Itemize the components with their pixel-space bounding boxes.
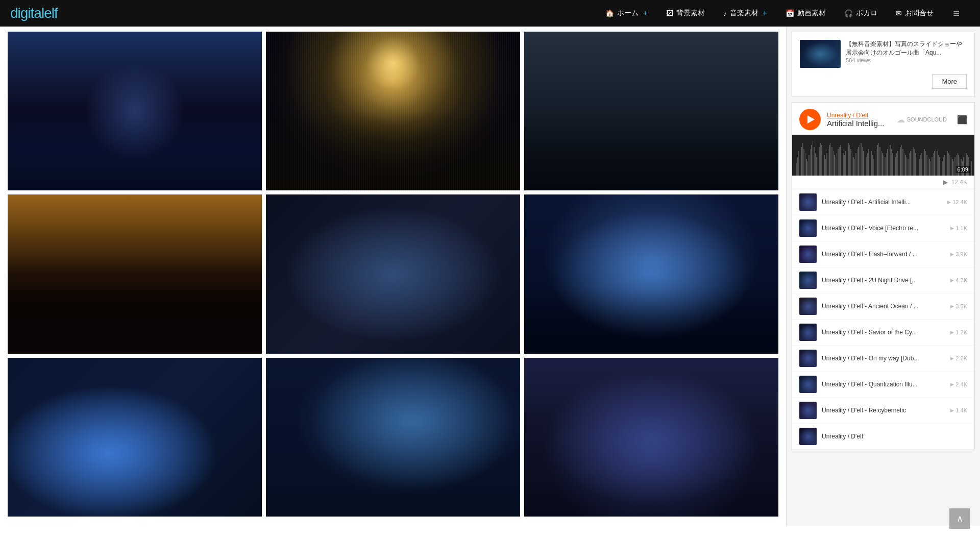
sc-waveform[interactable]: 6:09 xyxy=(792,135,974,176)
grid-image-7[interactable] xyxy=(8,358,262,517)
sc-track-name: Unreality / D'elf - Artificial Intelli..… xyxy=(822,199,942,206)
sc-track-play-icon: ▶ xyxy=(950,226,954,231)
sc-track-name: Unreality / D'elf - 2U Night Drive [.. xyxy=(822,277,945,284)
sc-track-play-icon: ▶ xyxy=(947,200,951,205)
sc-track-play-icon: ▶ xyxy=(950,408,954,413)
sc-track-name: Unreality / D'elf - Flash–forward / ... xyxy=(822,251,945,258)
sc-track-item[interactable]: Unreality / D'elf - Artificial Intelli..… xyxy=(792,189,974,215)
sc-track-play-icon: ▶ xyxy=(950,304,954,309)
more-button[interactable]: More xyxy=(932,74,967,89)
sc-waveform-bars xyxy=(792,135,974,176)
sc-track-thumb xyxy=(799,246,817,263)
soundcloud-logo-text: SOUNDCLOUD xyxy=(907,116,947,122)
scroll-top-button[interactable]: ∧ xyxy=(949,508,970,529)
sc-header: Unreality / D'elf Artificial Intellig...… xyxy=(792,103,974,135)
more-item-title: 【無料音楽素材】写真のスライドショーや展示会向けのオルゴール曲「Aqu... xyxy=(846,40,967,57)
sc-track-thumb xyxy=(799,402,817,419)
home-icon: 🏠 xyxy=(605,9,614,17)
sc-track-item[interactable]: Unreality / D'elf xyxy=(792,424,974,450)
main-nav: 🏠 ホーム + 🖼 背景素材 ♪ 音楽素材 + 📅 動画素材 🎧 ボカロ ✉ お… xyxy=(78,0,970,27)
sc-track-item[interactable]: Unreality / D'elf - Ancient Ocean / ...▶… xyxy=(792,293,974,320)
sc-artist[interactable]: Unreality / D'elf xyxy=(827,112,891,119)
soundcloud-widget: Unreality / D'elf Artificial Intellig...… xyxy=(792,102,975,450)
headphone-icon: 🎧 xyxy=(844,9,853,17)
sc-track-item[interactable]: Unreality / D'elf - Re:cybernetic▶ 1.4K xyxy=(792,398,974,424)
sc-track-name: Unreality / D'elf - Ancient Ocean / ... xyxy=(822,303,945,310)
grid-image-8[interactable] xyxy=(266,358,520,517)
sc-track-play-icon: ▶ xyxy=(950,382,954,387)
image-grid-row1 xyxy=(8,32,778,190)
sc-track-plays: ▶ 4.7K xyxy=(950,277,967,283)
sc-track-play-icon: ▶ xyxy=(950,252,954,257)
more-item-views: 584 views xyxy=(846,57,967,63)
site-header: digitalelf 🏠 ホーム + 🖼 背景素材 ♪ 音楽素材 + 📅 動画素… xyxy=(0,0,980,27)
sc-track-item[interactable]: Unreality / D'elf - Voice [Electro re...… xyxy=(792,215,974,241)
nav-home[interactable]: 🏠 ホーム + xyxy=(596,0,656,27)
nav-music-label: 音楽素材 xyxy=(730,9,758,18)
mail-icon: ✉ xyxy=(896,9,902,17)
building-silhouette-1 xyxy=(8,95,262,191)
nav-video[interactable]: 📅 動画素材 xyxy=(776,0,835,27)
grid-image-4[interactable] xyxy=(8,194,262,353)
sc-external-link[interactable]: ⬛ xyxy=(957,115,967,125)
sc-track-plays: ▶ 1.2K xyxy=(950,329,967,335)
sc-track-thumb xyxy=(799,219,817,237)
sc-track-plays: ▶ 2.4K xyxy=(950,381,967,387)
more-thumbnail xyxy=(800,40,841,68)
logo-text-dark: digital xyxy=(10,5,44,21)
sc-track-item[interactable]: Unreality / D'elf - Flash–forward / ...▶… xyxy=(792,241,974,267)
sc-play-button[interactable] xyxy=(799,109,821,130)
sc-track-item[interactable]: Unreality / D'elf - Quantization Illu...… xyxy=(792,372,974,398)
sc-track-play-icon: ▶ xyxy=(950,356,954,361)
more-section: 【無料音楽素材】写真のスライドショーや展示会向けのオルゴール曲「Aqu... 5… xyxy=(792,32,975,97)
grid-image-1[interactable] xyxy=(8,32,262,190)
sc-track-plays: ▶ 1.4K xyxy=(950,407,967,413)
nav-music[interactable]: ♪ 音楽素材 + xyxy=(714,0,776,27)
sc-track-item[interactable]: Unreality / D'elf - Savior of the Cy...▶… xyxy=(792,320,974,346)
nav-music-plus: + xyxy=(763,9,767,18)
sc-track-thumb xyxy=(799,193,817,211)
nav-bg-label: 背景素材 xyxy=(676,9,705,18)
grid-image-5[interactable] xyxy=(266,194,520,353)
sc-track-thumb xyxy=(799,376,817,393)
grid-image-2[interactable] xyxy=(266,32,520,190)
grid-image-3[interactable] xyxy=(524,32,778,190)
sc-track-play-icon: ▶ xyxy=(950,330,954,335)
main-layout: 【無料音楽素材】写真のスライドショーや展示会向けのオルゴール曲「Aqu... 5… xyxy=(0,27,980,526)
sc-playlist: Unreality / D'elf - Artificial Intelli..… xyxy=(792,189,974,450)
grid-image-9[interactable] xyxy=(524,358,778,517)
sc-stats: ▶ 12.4K xyxy=(792,176,974,189)
sc-track-item[interactable]: Unreality / D'elf - 2U Night Drive [..▶ … xyxy=(792,267,974,293)
more-item-content: 【無料音楽素材】写真のスライドショーや展示会向けのオルゴール曲「Aqu... 5… xyxy=(846,40,967,63)
sc-track-plays: ▶ 2.8K xyxy=(950,355,967,361)
nav-video-label: 動画素材 xyxy=(797,9,826,18)
nav-bg[interactable]: 🖼 背景素材 xyxy=(657,0,714,27)
sc-track-name: Unreality / D'elf xyxy=(822,433,962,440)
logo-text-accent: elf xyxy=(44,5,58,21)
nav-contact-label: お問合せ xyxy=(905,9,934,18)
bg-icon: 🖼 xyxy=(666,9,673,17)
nav-vocaloid[interactable]: 🎧 ボカロ xyxy=(835,0,887,27)
sc-track-name: Unreality / D'elf - Savior of the Cy... xyxy=(822,329,945,336)
image-grid-row2 xyxy=(8,194,778,353)
site-logo[interactable]: digitalelf xyxy=(10,5,58,21)
sc-track-thumb xyxy=(799,272,817,289)
sc-logo: ☁ SOUNDCLOUD xyxy=(897,115,947,125)
sc-track-name: Unreality / D'elf - Quantization Illu... xyxy=(822,381,945,388)
hamburger-menu[interactable]: ≡ xyxy=(943,0,970,27)
more-button-container: More xyxy=(800,74,967,89)
nav-home-label: ホーム xyxy=(617,9,639,18)
nav-contact[interactable]: ✉ お問合せ xyxy=(887,0,943,27)
content-area xyxy=(0,27,786,526)
sc-track-item[interactable]: Unreality / D'elf - On my way [Dub...▶ 2… xyxy=(792,346,974,372)
sc-track-name: Unreality / D'elf - Voice [Electro re... xyxy=(822,225,945,232)
soundcloud-logo-icon: ☁ xyxy=(897,115,905,125)
sc-info: Unreality / D'elf Artificial Intellig... xyxy=(827,112,891,128)
sc-track-title: Artificial Intellig... xyxy=(827,119,891,128)
nav-home-plus: + xyxy=(643,9,647,18)
nav-vocaloid-label: ボカロ xyxy=(856,9,877,18)
image-grid-row3 xyxy=(8,358,778,517)
sc-track-thumb xyxy=(799,324,817,341)
sc-play-count: 12.4K xyxy=(951,179,967,186)
grid-image-6[interactable] xyxy=(524,194,778,353)
